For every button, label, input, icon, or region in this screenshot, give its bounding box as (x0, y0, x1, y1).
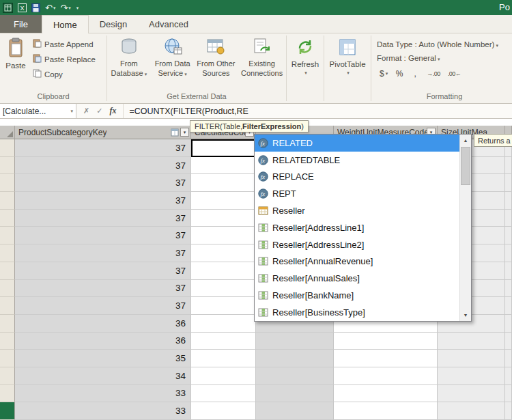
cell[interactable]: 37 (15, 280, 191, 298)
cell[interactable]: 36 (15, 333, 191, 350)
cell[interactable] (438, 402, 505, 420)
cell[interactable] (505, 174, 512, 192)
cell[interactable]: 37 (15, 227, 191, 244)
select-all-corner[interactable] (0, 126, 15, 139)
refresh-button[interactable]: Refresh ▾ (287, 33, 323, 92)
scroll-down-icon[interactable]: ▼ (460, 309, 471, 321)
cell[interactable] (505, 297, 512, 315)
cell[interactable] (334, 367, 438, 385)
cell[interactable] (334, 333, 438, 350)
column-header-productsubcategorykey[interactable]: ProductSubcategoryKey▾ (15, 126, 191, 139)
from-other-sources-button[interactable]: From Other Sources (195, 33, 238, 92)
autocomplete-item-reseller[interactable]: Reseller (255, 202, 459, 219)
row-header[interactable] (0, 227, 15, 244)
column-filter-button[interactable]: ▾ (180, 128, 189, 137)
autocomplete-item-reseller-addressline2[interactable]: Reseller[AddressLine2] (255, 236, 459, 253)
row-header[interactable] (0, 280, 15, 298)
cell[interactable] (505, 210, 512, 227)
insert-function-icon[interactable]: fx (109, 106, 116, 116)
tab-file[interactable]: File (0, 15, 42, 33)
cell[interactable] (505, 333, 512, 350)
cell[interactable]: 37 (15, 244, 191, 262)
cell[interactable] (505, 157, 512, 175)
row-header[interactable] (0, 174, 15, 192)
cell[interactable] (505, 385, 512, 403)
autocomplete-item-reseller-annualrevenue[interactable]: Reseller[AnnualRevenue] (255, 253, 459, 270)
cell[interactable]: 37 (15, 192, 191, 210)
cell[interactable] (505, 227, 512, 244)
tab-design[interactable]: Design (89, 15, 138, 33)
cancel-icon[interactable]: ✗ (83, 107, 89, 115)
row-header[interactable] (0, 210, 15, 227)
dropdown-scrollbar[interactable]: ▲ ▼ (459, 135, 471, 321)
cell[interactable]: 36 (15, 315, 191, 333)
qat-customize-icon[interactable]: ▾ (76, 5, 79, 10)
copy-button[interactable]: Copy (31, 69, 96, 79)
row-header[interactable] (0, 402, 15, 420)
cell[interactable] (334, 350, 438, 367)
scrollbar-thumb[interactable] (461, 147, 470, 185)
cell[interactable] (438, 333, 505, 350)
cell[interactable]: 37 (15, 157, 191, 175)
autocomplete-item-rept[interactable]: fxREPT (255, 185, 459, 202)
row-header[interactable] (0, 157, 15, 175)
row-header[interactable] (0, 315, 15, 333)
row-header[interactable] (0, 244, 15, 262)
cell[interactable]: 34 (15, 367, 191, 385)
cell[interactable] (505, 280, 512, 298)
excel-window-icon[interactable]: X (18, 3, 27, 12)
cell[interactable]: 37 (15, 210, 191, 227)
cell[interactable] (438, 367, 505, 385)
cell[interactable] (438, 350, 505, 367)
cell[interactable] (191, 333, 256, 350)
row-header[interactable] (0, 192, 15, 210)
autocomplete-item-reseller-addressline1[interactable]: Reseller[AddressLine1] (255, 219, 459, 236)
row-header[interactable] (0, 367, 15, 385)
data-type-dropdown[interactable]: Data Type : Auto (Whole Number)▾ (377, 40, 512, 48)
percent-format-button[interactable]: % (393, 68, 406, 80)
from-database-button[interactable]: From Database▾ (107, 33, 150, 92)
row-header[interactable] (0, 333, 15, 350)
format-dropdown[interactable]: Format : General▾ (377, 54, 512, 62)
cell[interactable] (191, 157, 256, 175)
cell[interactable] (505, 262, 512, 280)
cell[interactable] (191, 227, 256, 244)
autocomplete-item-reseller-bankname[interactable]: Reseller[BankName] (255, 287, 459, 304)
cell[interactable] (191, 210, 256, 227)
paste-button[interactable]: Paste (0, 33, 31, 92)
cell[interactable]: 33 (15, 402, 191, 420)
pivottable-button[interactable]: PivotTable ▾ (326, 33, 369, 92)
cell[interactable] (505, 367, 512, 385)
cell[interactable] (505, 192, 512, 210)
cell[interactable] (191, 402, 256, 420)
cell[interactable] (191, 174, 256, 192)
cell[interactable] (438, 385, 505, 403)
row-header[interactable] (0, 350, 15, 367)
tab-advanced[interactable]: Advanced (138, 15, 199, 33)
cell[interactable] (256, 350, 334, 367)
autocomplete-item-related[interactable]: fxRELATED (255, 135, 459, 152)
row-header[interactable] (0, 385, 15, 403)
cell[interactable] (191, 280, 256, 298)
cell[interactable]: 37 (15, 174, 191, 192)
cell[interactable] (256, 333, 334, 350)
enter-icon[interactable]: ✓ (96, 107, 102, 115)
redo-icon[interactable]: ↷▾ (60, 3, 70, 12)
decrease-decimal-button[interactable]: .00← (445, 68, 464, 80)
cell[interactable]: 37 (15, 139, 191, 157)
cell[interactable] (191, 244, 256, 262)
increase-decimal-button[interactable]: →.00 (424, 68, 443, 80)
undo-icon[interactable]: ↶▾ (45, 3, 55, 12)
cell[interactable] (191, 385, 256, 403)
autocomplete-item-reseller-annualsales[interactable]: Reseller[AnnualSales] (255, 270, 459, 287)
selected-cell[interactable] (191, 139, 257, 157)
cell[interactable] (191, 297, 256, 315)
paste-append-button[interactable]: Paste Append (31, 39, 96, 49)
cell[interactable] (334, 402, 438, 420)
row-header[interactable] (0, 297, 15, 315)
cell[interactable]: 37 (15, 297, 191, 315)
cell[interactable] (505, 350, 512, 367)
cell[interactable] (191, 192, 256, 210)
currency-format-button[interactable]: $▾ (377, 68, 390, 80)
cell[interactable] (256, 367, 334, 385)
